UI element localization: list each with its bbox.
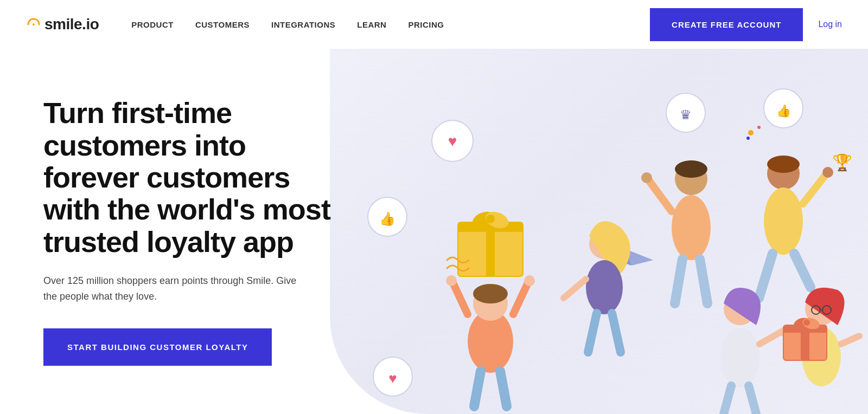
svg-line-43 (803, 173, 827, 204)
logo-text: smile.io (44, 16, 99, 33)
svg-line-39 (700, 259, 707, 303)
svg-point-67 (757, 126, 761, 129)
svg-line-46 (759, 254, 773, 298)
svg-point-42 (764, 187, 803, 255)
svg-text:♥: ♥ (448, 133, 457, 150)
login-link[interactable]: Log in (818, 20, 842, 29)
svg-point-24 (446, 275, 457, 286)
svg-point-66 (748, 130, 754, 135)
nav-pricing[interactable]: PRICING (408, 20, 444, 29)
svg-line-31 (612, 313, 621, 352)
hero-section: ♥ 👍 ♛ 👍 ♥ (0, 49, 868, 414)
logo-link[interactable]: smile.io (26, 16, 99, 33)
svg-line-27 (500, 371, 507, 406)
svg-point-25 (524, 275, 535, 286)
svg-line-22 (452, 282, 468, 314)
nav-links: PRODUCT CUSTOMERS INTEGRATIONS LEARN PRI… (131, 20, 650, 29)
nav-integrations[interactable]: INTEGRATIONS (271, 20, 335, 29)
svg-line-26 (474, 371, 481, 406)
svg-point-34 (675, 160, 707, 178)
svg-text:👍: 👍 (776, 104, 792, 118)
hero-svg: ♥ 👍 ♛ 👍 ♥ (330, 49, 868, 414)
svg-point-0 (33, 23, 35, 25)
svg-line-47 (794, 254, 810, 287)
svg-line-36 (648, 179, 672, 211)
hero-content: Turn first-time customers into forever c… (0, 97, 391, 366)
svg-text:🏆: 🏆 (832, 153, 853, 172)
nav-customers[interactable]: CUSTOMERS (195, 20, 250, 29)
svg-point-16 (486, 215, 495, 223)
svg-line-23 (513, 282, 528, 314)
svg-point-68 (746, 137, 750, 140)
navbar: smile.io PRODUCT CUSTOMERS INTEGRATIONS … (0, 0, 868, 49)
svg-line-59 (841, 336, 859, 344)
cta-button[interactable]: START BUILDING CUSTOMER LOYALTY (43, 328, 272, 366)
svg-text:♛: ♛ (680, 107, 692, 122)
svg-point-35 (672, 195, 711, 260)
svg-text:♥: ♥ (388, 370, 397, 386)
hero-illustration: ♥ 👍 ♛ 👍 ♥ (330, 49, 868, 414)
svg-point-21 (473, 284, 508, 303)
svg-point-44 (822, 167, 833, 178)
svg-line-52 (749, 386, 756, 414)
hero-title: Turn first-time customers into forever c… (43, 97, 347, 258)
svg-line-30 (588, 313, 597, 352)
nav-learn[interactable]: LEARN (357, 20, 386, 29)
svg-line-38 (675, 259, 682, 303)
svg-rect-13 (486, 222, 495, 276)
nav-product[interactable]: PRODUCT (131, 20, 174, 29)
svg-line-32 (564, 279, 586, 298)
svg-point-29 (586, 260, 623, 314)
hero-subtitle: Over 125 million shoppers earn points th… (43, 273, 304, 305)
svg-rect-62 (801, 325, 809, 360)
svg-line-50 (760, 331, 783, 344)
logo-icon (26, 17, 41, 32)
svg-line-51 (724, 386, 731, 414)
svg-point-49 (720, 328, 760, 387)
svg-point-37 (641, 172, 652, 183)
svg-point-65 (803, 319, 810, 326)
svg-point-41 (767, 156, 800, 173)
nav-actions: CREATE FREE ACCOUNT Log in (650, 8, 842, 41)
create-account-button[interactable]: CREATE FREE ACCOUNT (650, 8, 803, 41)
